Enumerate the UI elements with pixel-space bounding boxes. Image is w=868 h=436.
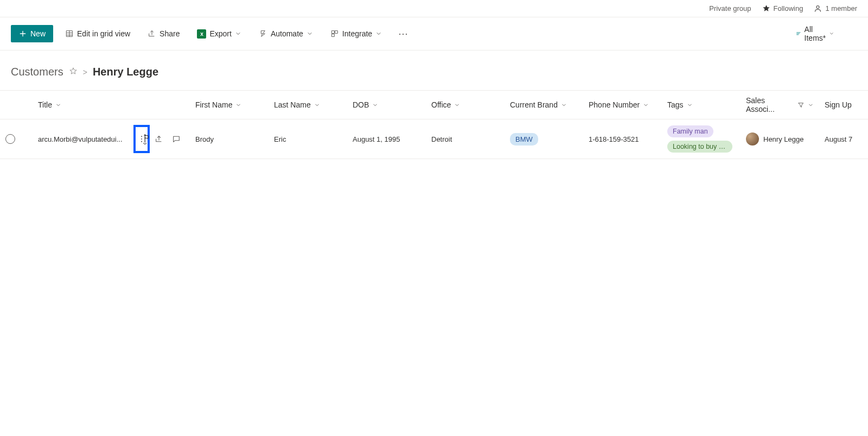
svg-point-8 [141,141,142,142]
title-value: arcu.Morbi@vulputatedui... [38,135,123,143]
share-icon [148,29,156,38]
row-first-name: Brody [190,119,269,159]
col-tags-label: Tags [667,100,684,109]
row-dob: August 1, 1995 [347,119,426,159]
star-filled-icon [762,4,770,12]
privacy-label: Private group [709,4,751,12]
row-office: Detroit [426,119,505,159]
col-assoc[interactable]: Sales Associ... [741,90,819,119]
integrate-label: Integrate [342,29,372,38]
office-value: Detroit [431,135,452,143]
col-phone-label: Phone Number [589,100,640,109]
chevron-down-icon [55,102,61,108]
signup-value: August 7 [825,135,852,143]
members-button[interactable]: 1 member [814,4,857,12]
tag-pill: Family man [667,125,713,137]
integrate-button[interactable]: Integrate [325,26,387,41]
view-selector[interactable]: All Items* [793,23,838,45]
favorite-toggle[interactable] [69,66,78,78]
comment-icon [172,135,181,143]
select-circle-icon [5,134,15,144]
row-brand: BMW [505,119,583,159]
row-tags: Family man Looking to buy s... [662,119,741,159]
col-signup-label: Sign Up [825,100,852,109]
col-last-name-label: Last Name [274,100,311,109]
col-office-label: Office [431,100,451,109]
chevron-down-icon [454,102,460,108]
brand-pill: BMW [510,133,538,146]
svg-rect-3 [335,31,337,34]
following-label: Following [774,4,803,12]
col-signup[interactable]: Sign Up [819,90,868,119]
col-brand[interactable]: Current Brand [505,90,583,119]
export-label: Export [209,29,231,38]
svg-point-7 [141,138,142,140]
chevron-down-icon [808,102,814,108]
more-actions-button[interactable]: ⋯ [394,26,412,42]
chevron-down-icon [372,102,378,108]
col-office[interactable]: Office [426,90,505,119]
chevron-down-icon [829,31,834,36]
chevron-down-icon [235,30,241,37]
col-title-label: Title [38,100,52,109]
svg-point-0 [816,6,819,9]
col-select [0,90,33,119]
first-name-value: Brody [195,135,214,143]
svg-rect-4 [331,34,334,37]
automate-button[interactable]: Automate [253,26,318,41]
breadcrumb-root[interactable]: Customers [11,66,63,78]
share-button[interactable]: Share [142,26,185,41]
col-dob-label: DOB [353,100,369,109]
chevron-down-icon [375,30,382,37]
col-last-name[interactable]: Last Name [269,90,347,119]
person-icon [814,4,822,12]
edit-grid-label: Edit in grid view [77,29,130,38]
new-button[interactable]: New [11,25,53,42]
col-tags[interactable]: Tags [662,90,741,119]
breadcrumb-separator: > [83,68,87,77]
svg-point-6 [141,136,142,137]
row-phone: 1-618-159-3521 [583,119,662,159]
breadcrumb: Customers > Henry Legge [0,50,868,90]
row-title[interactable]: arcu.Morbi@vulputatedui... [33,119,190,159]
chevron-down-icon [307,30,313,37]
command-bar: New Edit in grid view Share x Export Aut… [0,17,868,50]
chevron-down-icon [687,102,693,108]
col-title[interactable]: Title [33,90,190,119]
chevron-down-icon [314,102,320,108]
row-signup: August 7 [819,119,868,159]
filter-applied-icon [797,102,805,109]
row-assoc: Henry Legge [741,119,819,159]
col-first-name[interactable]: First Name [190,90,269,119]
row-select[interactable] [0,119,33,159]
automate-label: Automate [271,29,303,38]
col-dob[interactable]: DOB [347,90,426,119]
list-lines-icon [796,31,801,36]
row-last-name: Eric [269,119,347,159]
col-phone[interactable]: Phone Number [583,90,662,119]
chevron-down-icon [235,102,241,108]
col-brand-label: Current Brand [510,100,558,109]
item-share-button[interactable] [151,125,167,153]
chevron-down-icon [643,102,649,108]
dob-value: August 1, 1995 [353,135,400,143]
site-info-bar: Private group Following 1 member [0,0,868,17]
assoc-name: Henry Legge [763,135,803,143]
item-comment-button[interactable] [168,125,184,153]
view-label: All Items* [805,25,826,42]
item-menu-button[interactable] [133,125,150,153]
app-icon [330,29,339,38]
last-name-value: Eric [274,135,286,143]
chevron-down-icon [561,102,567,108]
export-button[interactable]: x Export [192,26,246,42]
new-label: New [30,29,46,38]
col-first-name-label: First Name [195,100,232,109]
phone-value: 1-618-159-3521 [589,135,639,143]
edit-grid-button[interactable]: Edit in grid view [60,26,136,41]
follow-toggle[interactable]: Following [762,4,803,12]
star-outline-icon [69,67,78,75]
grid-icon [65,29,74,38]
tag-pill: Looking to buy s... [667,141,732,153]
list-grid: Title First Name Last Name DOB Office Cu… [0,90,868,159]
plus-icon [18,29,27,38]
